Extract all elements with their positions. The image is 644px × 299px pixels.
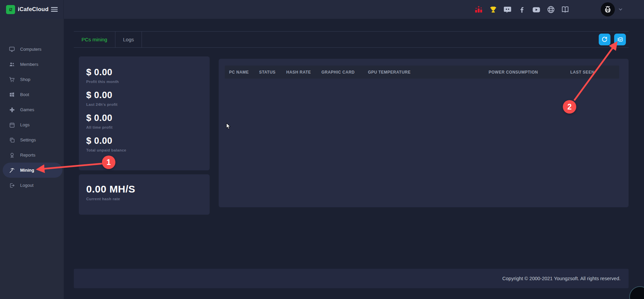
stat-value: $ 0.00: [86, 67, 203, 78]
hamburger-menu-icon[interactable]: [51, 7, 58, 12]
sidebar-item-logout[interactable]: Logout: [0, 178, 64, 193]
discord-icon[interactable]: [503, 5, 512, 14]
col-gpu-temperature: GPU TEMPERATURE: [364, 70, 484, 75]
stat-value: $ 0.00: [86, 112, 203, 124]
footer: Copyright © 2000-2021 Youngzsoft. All ri…: [74, 269, 629, 288]
stat-profit-month: $ 0.00 Profit this month: [86, 67, 203, 84]
tab-pcs-mining[interactable]: PCs mining: [74, 32, 115, 47]
sidebar-item-computers[interactable]: Computers: [0, 42, 64, 57]
tab-label: Logs: [123, 37, 134, 42]
copies-icon: [9, 137, 15, 143]
icafecloud-logo-icon: i2: [6, 5, 15, 14]
sidebar-item-boot[interactable]: Boot: [0, 87, 64, 102]
sidebar-item-label: Mining: [20, 168, 34, 173]
sidebar-item-members[interactable]: Members: [0, 57, 64, 72]
profit-stats-card: $ 0.00 Profit this month $ 0.00 Last 24h…: [79, 56, 210, 170]
col-last-seen: LAST SEEN: [566, 70, 619, 75]
toolbar-actions: [599, 34, 626, 45]
sidebar: Computers Members Shop Boot Games Logs: [0, 19, 64, 299]
tab-logs[interactable]: Logs: [115, 32, 142, 47]
col-power-consumption: POWER CONSUMPTION: [484, 70, 566, 75]
sidebar-item-shop[interactable]: Shop: [0, 72, 64, 87]
table-header-row: PC NAME STATUS HASH RATE GRAPHIC CARD GP…: [225, 66, 619, 79]
windows-icon: [9, 91, 15, 98]
sidebar-item-label: Settings: [20, 137, 36, 142]
tabbar: PCs mining Logs: [74, 31, 629, 48]
sidebar-item-label: Reports: [20, 153, 36, 158]
sidebar-item-label: Logs: [20, 122, 30, 127]
stat-profit-24h: $ 0.00 Last 24h's profit: [86, 89, 203, 106]
gamepad-icon: [9, 106, 15, 113]
logout-icon: [9, 182, 15, 188]
stats-column: $ 0.00 Profit this month $ 0.00 Last 24h…: [79, 56, 210, 215]
pickaxe-icon: [9, 167, 15, 173]
sidebar-item-label: Boot: [20, 92, 29, 97]
refresh-button[interactable]: [599, 34, 610, 45]
stat-label: Total unpaid balance: [86, 148, 203, 152]
docs-book-icon[interactable]: [561, 5, 570, 14]
tab-label: PCs mining: [82, 37, 107, 42]
copyright-text: Copyright © 2000-2021 Youngzsoft. All ri…: [502, 276, 621, 281]
stat-profit-alltime: $ 0.00 All time profit: [86, 112, 203, 129]
checkbox-edit-icon: [617, 36, 623, 43]
trophy-icon[interactable]: [489, 5, 497, 14]
hashrate-label: Current hash rate: [86, 197, 203, 201]
globe-icon[interactable]: [546, 5, 555, 14]
sidebar-item-logs[interactable]: Logs: [0, 117, 64, 132]
avatar[interactable]: [601, 2, 615, 16]
sidebar-item-label: Logout: [20, 183, 34, 188]
sidebar-item-label: Computers: [20, 47, 42, 52]
icafecloud-mining-page: { "topbar": { "brand": "iCafeCloud", "lo…: [0, 0, 644, 299]
stat-value: $ 0.00: [86, 135, 203, 146]
brand-title: iCafeCloud: [18, 6, 49, 13]
cart-icon: [9, 76, 15, 83]
ranking-podium-icon[interactable]: [474, 5, 483, 14]
col-hash-rate: HASH RATE: [282, 70, 317, 75]
calendar-icon: [9, 122, 15, 128]
members-icon: [9, 61, 15, 68]
stat-value: $ 0.00: [86, 89, 203, 101]
sidebar-item-games[interactable]: Games: [0, 102, 64, 117]
youtube-icon[interactable]: [532, 5, 541, 14]
user-menu[interactable]: [601, 2, 623, 16]
sidebar-item-label: Members: [20, 62, 38, 67]
sidebar-item-label: Games: [20, 107, 34, 112]
sidebar-item-mining[interactable]: Mining: [3, 163, 62, 178]
sidebar-item-label: Shop: [20, 77, 30, 82]
col-pc-name: PC NAME: [225, 70, 255, 75]
monitor-icon: [9, 46, 15, 52]
stat-unpaid-balance: $ 0.00 Total unpaid balance: [86, 135, 203, 152]
chevron-down-icon: [618, 7, 623, 12]
hashrate-value: 0.00 MH/S: [86, 183, 203, 195]
stat-label: Last 24h's profit: [86, 102, 203, 106]
stat-label: Profit this month: [86, 80, 203, 84]
select-pcs-button[interactable]: [614, 34, 626, 45]
refresh-icon: [601, 36, 608, 43]
corner-widget[interactable]: [629, 286, 644, 299]
facebook-icon[interactable]: [518, 5, 526, 14]
topbar: i2 iCafeCloud: [0, 0, 644, 19]
topbar-right: [474, 2, 644, 16]
brand-block: i2 iCafeCloud: [0, 0, 64, 19]
col-graphic-card: GRAPHIC CARD: [317, 70, 364, 75]
mining-pcs-table: PC NAME STATUS HASH RATE GRAPHIC CARD GP…: [219, 59, 629, 207]
hashrate-card: 0.00 MH/S Current hash rate: [79, 174, 210, 215]
col-status: STATUS: [255, 70, 282, 75]
stat-label: All time profit: [86, 125, 203, 129]
sidebar-item-settings[interactable]: Settings: [0, 132, 64, 147]
medal-icon: [9, 152, 15, 158]
sidebar-item-reports[interactable]: Reports: [0, 147, 64, 163]
